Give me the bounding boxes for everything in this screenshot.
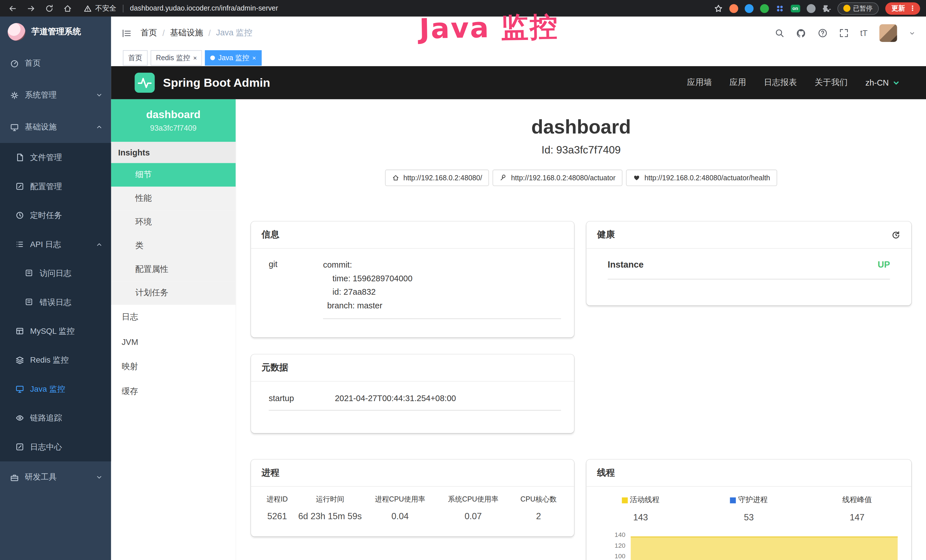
sba-item-caches[interactable]: 缓存 xyxy=(111,379,236,404)
sba-instance-block[interactable]: dashboard 93a3fc7f7409 xyxy=(111,99,236,142)
sba-link-applications[interactable]: 应用 xyxy=(729,77,746,88)
sidebar-item-dev-tools[interactable]: 研发工具 xyxy=(0,461,111,493)
chevron-down-icon xyxy=(95,474,103,481)
metadata-card: 元数据 startup 2021-04-27T00:44:31.254+08:0… xyxy=(251,354,574,433)
extension-icon-4[interactable] xyxy=(806,4,816,12)
sba-item-logs[interactable]: 日志 xyxy=(111,305,236,330)
caret-down-icon[interactable] xyxy=(909,30,915,36)
sba-sidebar: dashboard 93a3fc7f7409 Insights 细节 性能 环境… xyxy=(111,99,236,560)
browser-update-button[interactable]: 更新 ⋮ xyxy=(885,2,920,14)
sba-link-about[interactable]: 关于我们 xyxy=(814,77,847,88)
info-value: commit: time: 1596289704000 id: 27aa832 … xyxy=(323,258,561,319)
sba-item-metrics[interactable]: 性能 xyxy=(111,186,236,210)
extension-icon-2[interactable] xyxy=(744,4,754,12)
sba-locale-select[interactable]: zh-CN xyxy=(865,78,900,87)
font-size-icon[interactable]: tT xyxy=(860,28,867,38)
tab-java[interactable]: Java 监控 × xyxy=(205,50,262,66)
extension-on-badge[interactable]: on xyxy=(791,5,800,12)
sidebar-item-error-log[interactable]: 错误日志 xyxy=(0,288,111,316)
paused-badge[interactable]: 已暂停 xyxy=(837,2,878,14)
health-url-link[interactable]: http://192.168.0.2:48080/actuator/health xyxy=(626,170,777,186)
sidebar-item-mysql[interactable]: MySQL 监控 xyxy=(0,317,111,345)
sba-item-mappings[interactable]: 映射 xyxy=(111,354,236,379)
header-actions: tT xyxy=(775,24,915,42)
history-icon[interactable] xyxy=(891,230,900,240)
sidebar-item-infra[interactable]: 基础设施 xyxy=(0,111,111,143)
breadcrumb-home[interactable]: 首页 xyxy=(141,28,157,38)
breadcrumb-infra[interactable]: 基础设施 xyxy=(170,28,203,38)
y-axis-tick: 140 xyxy=(598,532,625,538)
health-status-badge: UP xyxy=(878,259,890,269)
sidebar-toggle-icon[interactable] xyxy=(122,28,132,38)
actuator-url-link[interactable]: http://192.168.0.2:48080/actuator xyxy=(493,170,623,186)
help-icon[interactable] xyxy=(818,28,827,38)
service-url-link[interactable]: http://192.168.0.2:48080/ xyxy=(385,170,489,186)
forward-icon[interactable] xyxy=(27,4,35,12)
sidebar-item-api-log[interactable]: API 日志 xyxy=(0,230,111,259)
browser-nav-buttons xyxy=(8,4,72,12)
sidebar-item-access-log[interactable]: 访问日志 xyxy=(0,259,111,288)
app-title: 芋道管理系统 xyxy=(31,27,81,37)
instance-hero: dashboard Id: 93a3fc7f7409 http://192.16… xyxy=(236,99,926,186)
close-icon[interactable]: × xyxy=(193,55,197,61)
address-divider xyxy=(123,5,124,12)
eye-icon xyxy=(15,414,24,422)
clock-icon xyxy=(15,211,24,219)
sba-item-details[interactable]: 细节 xyxy=(111,163,236,187)
sidebar-item-log-center[interactable]: 日志中心 xyxy=(0,433,111,461)
breadcrumb-separator: / xyxy=(162,28,165,38)
user-avatar[interactable] xyxy=(879,24,897,42)
sba-body: dashboard 93a3fc7f7409 Insights 细节 性能 环境… xyxy=(111,99,926,560)
sba-link-wallboard[interactable]: 应用墙 xyxy=(687,77,712,88)
sba-item-classes[interactable]: 类 xyxy=(111,234,236,257)
fullscreen-icon[interactable] xyxy=(839,28,849,38)
github-icon[interactable] xyxy=(796,28,806,38)
legend-yellow-swatch xyxy=(622,497,628,503)
sba-item-config-props[interactable]: 配置属性 xyxy=(111,257,236,281)
extension-icon-1[interactable] xyxy=(729,4,738,12)
threads-card: 线程 活动线程 143 守护进程 xyxy=(586,460,911,560)
close-icon[interactable]: × xyxy=(253,55,256,61)
sba-brand[interactable]: Spring Boot Admin xyxy=(163,76,270,89)
reload-icon[interactable] xyxy=(45,4,54,12)
list-icon xyxy=(15,240,24,249)
sba-item-scheduled-tasks[interactable]: 计划任务 xyxy=(111,281,236,305)
instance-name: dashboard xyxy=(146,109,200,121)
home-icon[interactable] xyxy=(63,4,72,12)
sidebar-item-trace[interactable]: 链路追踪 xyxy=(0,403,111,432)
back-icon[interactable] xyxy=(8,4,17,12)
sidebar-item-job[interactable]: 定时任务 xyxy=(0,201,111,230)
sba-section-insights: Insights xyxy=(111,142,236,163)
sidebar-item-config[interactable]: 配置管理 xyxy=(0,172,111,201)
active-dot xyxy=(210,56,215,61)
sidebar-item-system[interactable]: 系统管理 xyxy=(0,79,111,111)
address-bar[interactable]: 不安全 dashboard.yudao.iocoder.cn/infra/adm… xyxy=(84,3,278,13)
extension-grid-icon[interactable] xyxy=(775,4,784,12)
metadata-key: startup xyxy=(269,394,335,403)
sba-link-journal[interactable]: 日志报表 xyxy=(764,77,797,88)
tab-home[interactable]: 首页 xyxy=(123,50,148,66)
layers-icon xyxy=(15,356,24,365)
app-logo[interactable]: 芋道管理系统 xyxy=(0,17,111,47)
gear-icon xyxy=(10,91,19,100)
search-icon[interactable] xyxy=(775,28,784,38)
sidebar-item-file[interactable]: 文件管理 xyxy=(0,143,111,172)
process-col-system-cpu: 系统CPU使用率 0.07 xyxy=(437,494,509,521)
sba-item-jvm[interactable]: JVM xyxy=(111,330,236,354)
monitor-icon xyxy=(15,384,24,394)
puzzle-icon[interactable] xyxy=(822,4,831,12)
sidebar-item-redis[interactable]: Redis 监控 xyxy=(0,345,111,374)
browser-toolbar-right: on 已暂停 更新 ⋮ xyxy=(714,2,920,14)
sba-logo-icon[interactable] xyxy=(135,73,154,93)
sidebar-item-java[interactable]: Java 监控 xyxy=(0,375,111,403)
kebab-menu-icon[interactable]: ⋮ xyxy=(909,4,916,12)
bookmark-star-icon[interactable] xyxy=(714,4,723,12)
toolbox-icon xyxy=(10,473,19,482)
threads-card-title: 线程 xyxy=(586,460,911,487)
sba-item-environment[interactable]: 环境 xyxy=(111,210,236,234)
sidebar-item-home[interactable]: 首页 xyxy=(0,47,111,79)
tab-redis[interactable]: Redis 监控 × xyxy=(151,50,202,66)
extension-icon-3[interactable] xyxy=(760,4,769,12)
info-key: git xyxy=(269,258,323,319)
main-area: 首页 / 基础设施 / Java 监控 tT 首页 Redis xyxy=(111,17,926,560)
